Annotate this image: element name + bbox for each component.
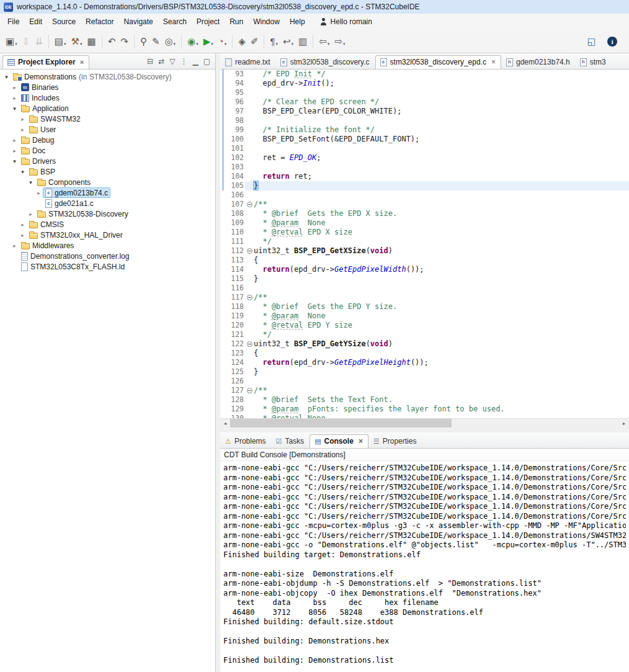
tab-project-explorer[interactable]: Project Explorer × — [2, 55, 89, 69]
annotation-navigation-icon[interactable]: ✐ — [249, 34, 261, 48]
new-wizard-icon[interactable]: ▣▾ — [4, 34, 19, 48]
horizontal-scrollbar[interactable]: ◂ ▸ — [220, 418, 629, 428]
menu-item-source[interactable]: Source — [47, 15, 81, 29]
menu-item-refactor[interactable]: Refactor — [81, 15, 118, 29]
external-tools-icon[interactable]: ◎▾ — [163, 34, 177, 48]
tree-item-includes[interactable]: ▸Includes — [0, 92, 215, 103]
scroll-right-arrow-icon[interactable]: ▸ — [619, 419, 629, 428]
horizontal-sash[interactable] — [220, 428, 629, 432]
menu-item-help[interactable]: Help — [285, 15, 310, 29]
tree-item-binaries[interactable]: ▸01Binaries — [0, 82, 215, 92]
tree-item-stm32l0538-discovery[interactable]: ▸STM32L0538-Discovery — [0, 208, 215, 219]
open-element-icon[interactable]: ✎ — [150, 34, 162, 48]
tree-item-user[interactable]: ▸User — [0, 124, 215, 135]
back-icon[interactable]: ⇦▾ — [317, 34, 331, 48]
chevron-icon[interactable]: ▸ — [11, 84, 19, 91]
scrollbar-thumb[interactable] — [230, 419, 452, 428]
new-stm32-project-icon[interactable]: ▤▾ — [53, 34, 68, 48]
minimize-icon[interactable]: ▁ — [192, 58, 198, 65]
menu-item-navigate[interactable]: Navigate — [118, 15, 158, 29]
search-icon[interactable]: ⚲ — [138, 34, 149, 48]
tree-item-application[interactable]: ▾Application — [0, 103, 215, 114]
chevron-icon[interactable]: ▸ — [19, 232, 27, 238]
tree-item-demonstrations[interactable]: ▾Demonstrations (in STM32L0538-Discovery… — [0, 71, 215, 82]
redo-icon[interactable]: ↷ — [118, 34, 130, 48]
tree-item-bsp[interactable]: ▾BSP — [0, 166, 215, 177]
collapse-all-icon[interactable]: ⊟ — [147, 58, 153, 65]
menu-item-search[interactable]: Search — [158, 15, 192, 29]
tree-item-demonstrations-converter-log[interactable]: Demonstrations_converter.log — [0, 251, 215, 261]
tab-console[interactable]: ▤Console× — [310, 434, 368, 448]
scrollbar-track[interactable] — [230, 419, 619, 428]
fold-marker-icon[interactable] — [247, 202, 252, 207]
show-whitespace-icon[interactable]: ¶▾ — [268, 34, 280, 48]
menu-item-project[interactable]: Project — [192, 15, 225, 29]
close-tab-icon[interactable]: × — [359, 437, 363, 446]
tree-item-components[interactable]: ▾Components — [0, 177, 215, 187]
chevron-icon[interactable]: ▸ — [35, 190, 43, 196]
tab-properties[interactable]: ☰Properties — [369, 435, 422, 448]
tree-item-drivers[interactable]: ▾Drivers — [0, 156, 215, 166]
run-icon[interactable]: ▶▾ — [202, 34, 215, 48]
tree-item-gde021a1-c[interactable]: cgde021a1.c — [0, 198, 215, 208]
fold-marker-icon[interactable] — [247, 248, 252, 254]
view-menu-icon[interactable]: ⋮ — [180, 58, 187, 65]
console-output[interactable]: arm-none-eabi-gcc "C:/Users/reicherr/STM… — [220, 461, 629, 672]
scroll-left-arrow-icon[interactable]: ◂ — [220, 419, 230, 428]
chevron-icon[interactable]: ▸ — [19, 116, 27, 122]
tab-tasks[interactable]: ☑Tasks — [272, 435, 310, 448]
information-center-icon[interactable]: i — [605, 35, 619, 48]
chevron-icon[interactable]: ▸ — [11, 137, 19, 143]
forward-icon[interactable]: ⇨▾ — [332, 34, 347, 48]
chevron-icon[interactable]: ▸ — [11, 148, 19, 154]
menu-item-edit[interactable]: Edit — [24, 15, 47, 29]
maximize-icon[interactable]: ▢ — [203, 58, 210, 65]
filter-icon[interactable]: ▽ — [169, 58, 175, 65]
editor-tab-stm32l0538-discovery-c[interactable]: cstm32l0538_discovery.c — [276, 56, 375, 69]
tree-item-stm32l0xx-hal-driver[interactable]: ▸STM32L0xx_HAL_Driver — [0, 230, 215, 240]
vertical-sash[interactable] — [216, 53, 220, 672]
chevron-icon[interactable]: ▸ — [19, 127, 27, 133]
menu-item-run[interactable]: Run — [225, 15, 248, 29]
chevron-icon[interactable]: ▾ — [27, 179, 35, 186]
save-icon[interactable]: ⇩ — [20, 34, 32, 48]
device-configuration-icon[interactable]: ▦ — [86, 34, 98, 48]
tree-item-middlewares[interactable]: ▸Middlewares — [0, 240, 215, 251]
tree-item-debug[interactable]: ▸Debug — [0, 135, 215, 145]
word-wrap-icon[interactable]: ↩▾ — [281, 34, 295, 48]
chevron-icon[interactable]: ▸ — [11, 243, 19, 249]
open-perspective-icon[interactable]: ◱ — [586, 34, 598, 48]
block-selection-icon[interactable]: ▥ — [297, 34, 309, 48]
tree-item-sw4stm32[interactable]: ▸SW4STM32 — [0, 114, 215, 124]
tree-item-doc[interactable]: ▸Doc — [0, 145, 215, 156]
editor-tab-stm3[interactable]: hstm3 — [576, 56, 611, 69]
chevron-icon[interactable]: ▸ — [11, 95, 19, 101]
chevron-icon[interactable]: ▾ — [11, 158, 19, 164]
chevron-icon[interactable]: ▸ — [19, 222, 27, 228]
fold-marker-icon[interactable] — [247, 388, 252, 393]
fold-marker-icon[interactable] — [247, 295, 252, 300]
menu-item-window[interactable]: Window — [248, 15, 285, 29]
editor-tab-gdem0213b74-h[interactable]: hgdem0213b74.h — [502, 56, 575, 69]
code-editor[interactable]: 93 /* EPD Init */94 epd_drv->Init();9596… — [220, 69, 629, 418]
link-with-editor-icon[interactable]: ⇄ — [158, 58, 164, 65]
close-view-icon[interactable]: × — [80, 58, 84, 66]
save-all-icon[interactable]: ⇊ — [33, 34, 45, 48]
chevron-icon[interactable]: ▸ — [27, 211, 35, 217]
chevron-icon[interactable]: ▾ — [11, 105, 19, 112]
build-icon[interactable]: ⚒▾ — [69, 34, 84, 48]
undo-icon[interactable]: ↶ — [106, 34, 118, 48]
tree-item-stm32l053c8tx-flash-ld[interactable]: STM32L053C8Tx_FLASH.ld — [0, 261, 215, 272]
editor-tab-stm32l0538-discovery-epd-c[interactable]: cstm32l0538_discovery_epd.c× — [375, 55, 501, 69]
editor-tab-readme-txt[interactable]: readme.txt — [221, 56, 275, 69]
profile-icon[interactable]: ◔▾ — [216, 34, 229, 48]
menu-item-file[interactable]: File — [2, 15, 24, 29]
chevron-icon[interactable]: ▾ — [2, 74, 11, 80]
fold-marker-icon[interactable] — [247, 341, 252, 347]
tree-item-gdem0213b74-c[interactable]: ▸cgdem0213b74.c — [0, 187, 215, 198]
user-menu[interactable]: Hello romain — [320, 17, 372, 26]
chevron-icon[interactable]: ▾ — [19, 169, 27, 175]
debug-icon[interactable]: ◉▾ — [185, 34, 200, 48]
open-type-icon[interactable]: ◈ — [236, 34, 248, 48]
tab-problems[interactable]: ⚠Problems — [221, 435, 271, 448]
